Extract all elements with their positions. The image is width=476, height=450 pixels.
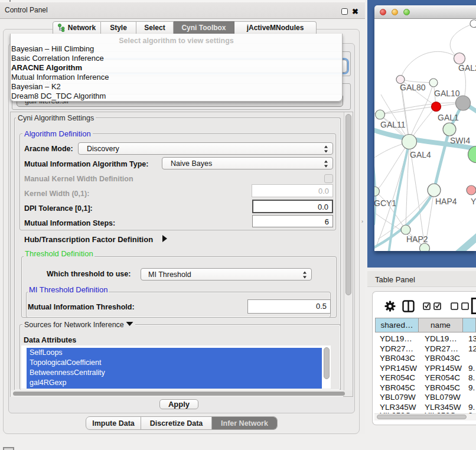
- svg-text:GAL1: GAL1: [438, 113, 459, 122]
- svg-text:Y: Y: [471, 197, 476, 206]
- svg-text:GAL11: GAL11: [380, 120, 406, 129]
- svg-text:GAL4: GAL4: [410, 150, 431, 159]
- svg-text:GAL10: GAL10: [434, 89, 460, 98]
- svg-text:HAP4: HAP4: [435, 197, 457, 206]
- svg-text:GCY1: GCY1: [374, 198, 396, 208]
- svg-text:HAP2: HAP2: [406, 234, 428, 244]
- svg-text:GAL2: GAL2: [458, 63, 476, 73]
- svg-text:GAL80: GAL80: [400, 83, 426, 92]
- svg-text:SWI4: SWI4: [450, 136, 470, 145]
